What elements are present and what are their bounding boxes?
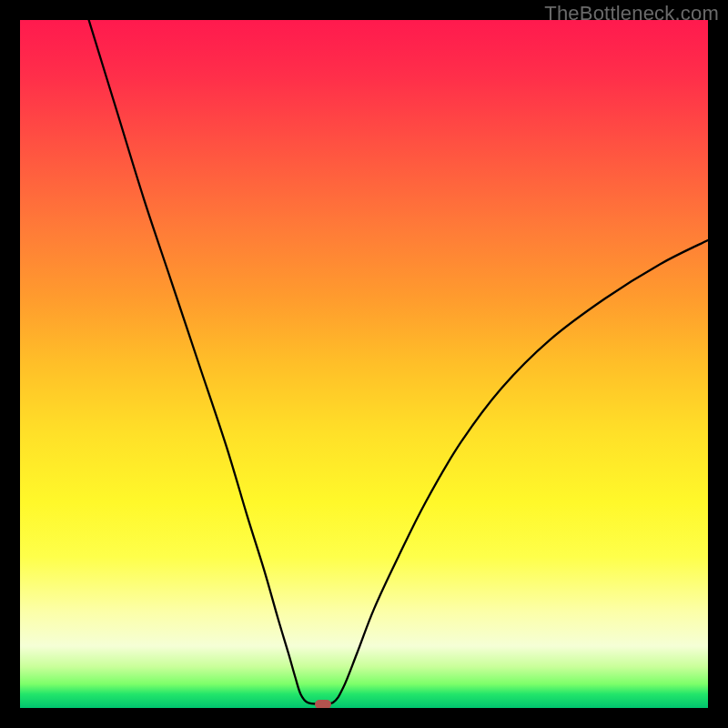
- watermark-text: TheBottleneck.com: [544, 2, 719, 25]
- plot-area: [20, 20, 708, 708]
- curve-svg: [20, 20, 708, 708]
- valley-marker: [315, 700, 331, 708]
- chart-frame: TheBottleneck.com: [0, 0, 728, 728]
- bottleneck-curve: [89, 20, 708, 704]
